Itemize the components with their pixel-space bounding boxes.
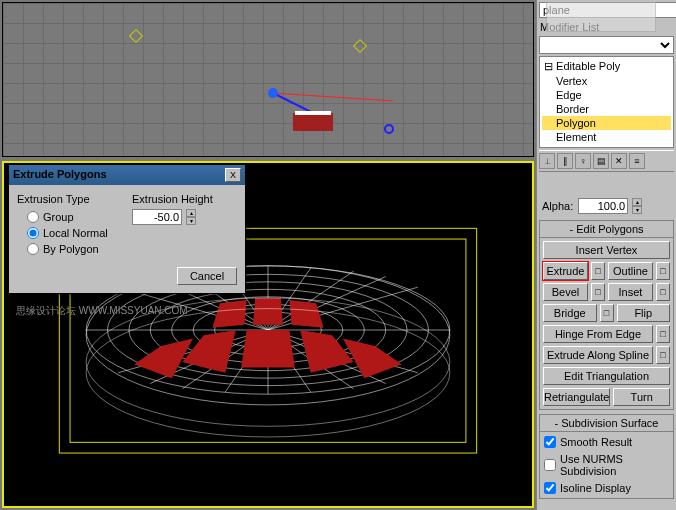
radio-by-polygon[interactable]: By Polygon — [17, 241, 122, 257]
modifier-stack[interactable]: ⊟ Editable Poly Vertex Edge Border Polyg… — [539, 56, 674, 148]
smooth-result-checkbox[interactable]: Smooth Result — [543, 435, 670, 449]
retriangulate-button[interactable]: Retriangulate — [543, 388, 610, 406]
overlay-logo — [546, 2, 656, 32]
insert-vertex-button[interactable]: Insert Vertex — [543, 241, 670, 259]
transform-gizmo[interactable] — [263, 73, 403, 153]
extrude-settings-button[interactable]: □ — [591, 262, 605, 280]
tree-item-edge[interactable]: Edge — [542, 88, 671, 102]
tree-root[interactable]: ⊟ Editable Poly — [542, 59, 671, 74]
dialog-title: Extrude Polygons — [13, 168, 107, 182]
outline-button[interactable]: Outline — [608, 262, 653, 280]
bevel-button[interactable]: Bevel — [543, 283, 588, 301]
nurms-checkbox[interactable]: Use NURMS Subdivision — [543, 452, 670, 478]
alpha-label: Alpha: — [541, 199, 574, 213]
stack-toolbar: ⟂ ∥ ♀ ▤ ✕ ≡ — [539, 150, 674, 172]
inset-button[interactable]: Inset — [608, 283, 653, 301]
extrude-spline-button[interactable]: Extrude Along Spline — [543, 346, 653, 364]
tree-item-element[interactable]: Element — [542, 130, 671, 144]
extrusion-height-input[interactable] — [132, 209, 182, 225]
rollout-header[interactable]: - Subdivision Surface — [540, 415, 673, 432]
extrude-button[interactable]: Extrude — [543, 262, 588, 280]
edit-tri-button[interactable]: Edit Triangulation — [543, 367, 670, 385]
dialog-titlebar[interactable]: Extrude Polygons X — [9, 165, 245, 185]
svg-line-1 — [273, 93, 393, 101]
svg-rect-5 — [295, 111, 331, 115]
flip-button[interactable]: Flip — [617, 304, 671, 322]
turn-button[interactable]: Turn — [613, 388, 670, 406]
pin-icon[interactable]: ⟂ — [539, 153, 555, 169]
show-icon[interactable]: ∥ — [557, 153, 573, 169]
tree-item-border[interactable]: Border — [542, 102, 671, 116]
watermark-text: 思缘设计论坛 WWW.MISSYUAN.COM — [16, 304, 188, 318]
bridge-settings-button[interactable]: □ — [600, 304, 614, 322]
config-icon[interactable]: ≡ — [629, 153, 645, 169]
bevel-settings-button[interactable]: □ — [591, 283, 605, 301]
rollout-subdiv: - Subdivision Surface Smooth Result Use … — [539, 414, 674, 499]
alpha-input[interactable] — [578, 198, 628, 214]
modifier-list-combo[interactable] — [539, 36, 674, 54]
spinner-up-icon[interactable]: ▴ — [186, 209, 196, 217]
svg-rect-4 — [293, 113, 333, 131]
svg-point-3 — [385, 125, 393, 133]
svg-point-2 — [268, 88, 278, 98]
hinge-settings-button[interactable]: □ — [656, 325, 670, 343]
bridge-button[interactable]: Bridge — [543, 304, 597, 322]
command-panel: Modifier List ⊟ Editable Poly Vertex Edg… — [536, 0, 676, 510]
spinner-down-icon[interactable]: ▾ — [632, 206, 642, 214]
outline-settings-button[interactable]: □ — [656, 262, 670, 280]
bulb-icon[interactable]: ♀ — [575, 153, 591, 169]
spinner-up-icon[interactable]: ▴ — [632, 198, 642, 206]
tree-item-polygon[interactable]: Polygon — [542, 116, 671, 130]
extrusion-height-label: Extrusion Height — [132, 193, 237, 205]
isoline-checkbox[interactable]: Isoline Display — [543, 481, 670, 495]
viewport-top[interactable] — [2, 2, 534, 157]
close-icon[interactable]: X — [225, 168, 241, 182]
spinner-down-icon[interactable]: ▾ — [186, 217, 196, 225]
extrude-spline-settings-button[interactable]: □ — [656, 346, 670, 364]
delete-icon[interactable]: ✕ — [611, 153, 627, 169]
hinge-button[interactable]: Hinge From Edge — [543, 325, 653, 343]
cancel-button[interactable]: Cancel — [177, 267, 237, 285]
radio-local-normal[interactable]: Local Normal — [17, 225, 122, 241]
radio-group[interactable]: Group — [17, 209, 122, 225]
inset-settings-button[interactable]: □ — [656, 283, 670, 301]
rollout-edit-polygons: - Edit Polygons Insert Vertex Extrude□ O… — [539, 220, 674, 410]
extrusion-type-label: Extrusion Type — [17, 193, 122, 205]
cage-icon[interactable]: ▤ — [593, 153, 609, 169]
rollout-header[interactable]: - Edit Polygons — [540, 221, 673, 238]
extrude-polygons-dialog: Extrude Polygons X Extrusion Type Group … — [8, 164, 246, 294]
tree-item-vertex[interactable]: Vertex — [542, 74, 671, 88]
